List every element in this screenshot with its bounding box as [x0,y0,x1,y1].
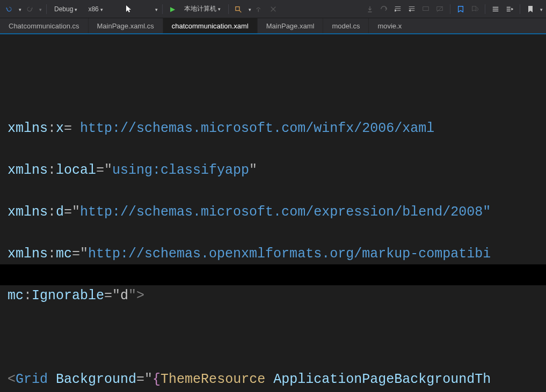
svg-rect-0 [236,6,239,10]
find-icon[interactable] [233,3,245,15]
code-editor[interactable]: xmlns:x= http://schemas.microsoft.com/wi… [0,34,546,392]
step-into-icon[interactable] [364,3,376,15]
find-dropdown[interactable] [247,5,251,13]
separator [450,4,450,14]
cursor-dropdown[interactable] [154,5,158,13]
main-toolbar: Debug x86 ▶ 本地计算机 [0,0,546,18]
separator [162,4,163,14]
code-line: xmlns:local="using:classifyapp" [8,160,546,181]
undo-button[interactable] [3,3,15,15]
tab-mainpage-xaml[interactable]: MainPage.xaml [258,18,324,33]
list-arrow-icon[interactable] [504,3,515,15]
code-line: <Grid Background="{ThemeResource Applica… [8,369,546,390]
separator [228,4,229,14]
bookmark-dropdown[interactable] [538,5,543,13]
outdent-icon[interactable] [406,3,418,15]
separator [46,4,47,14]
comment-icon[interactable] [420,3,432,15]
bookmark-icon[interactable] [525,3,536,15]
tool-icon[interactable] [267,3,279,15]
code-line: mc:Ignorable="d"> [8,285,546,306]
undo-dropdown[interactable] [17,5,21,13]
tool-icon[interactable] [253,3,265,15]
run-target-dropdown[interactable]: 本地计算机 [181,4,224,13]
cursor-icon [123,3,135,15]
config-dropdown[interactable]: Debug [51,5,81,13]
tab-movie[interactable]: movie.x [369,18,410,33]
list-icon[interactable] [490,3,501,15]
platform-dropdown[interactable]: x86 [85,5,106,13]
tab-chatcommunication-xaml[interactable]: chatcommunication.xaml [163,18,258,33]
svg-rect-1 [423,6,429,10]
bookmark-prev-icon[interactable] [469,3,481,15]
code-line [8,327,546,348]
editor-tabs: Chatcommunication.cs MainPage.xaml.cs ch… [0,18,546,34]
tab-model-cs[interactable]: model.cs [323,18,369,33]
code-line: xmlns:d="http://schemas.microsoft.com/ex… [8,202,546,223]
redo-button[interactable] [24,3,35,15]
tab-chatcommunication-cs[interactable]: Chatcommunication.cs [0,18,89,33]
code-line: xmlns:mc="http://schemas.openxmlformats.… [8,243,546,264]
uncomment-icon[interactable] [434,3,446,15]
run-button[interactable]: ▶ [167,3,179,15]
bookmark-toggle-icon[interactable] [455,3,467,15]
redo-dropdown[interactable] [38,5,42,13]
tab-mainpage-xaml-cs[interactable]: MainPage.xaml.cs [89,18,163,33]
separator [485,4,485,14]
separator [520,4,520,14]
code-line: xmlns:x= http://schemas.microsoft.com/wi… [8,118,546,139]
indent-icon[interactable] [392,3,404,15]
step-over-icon[interactable] [378,3,390,15]
